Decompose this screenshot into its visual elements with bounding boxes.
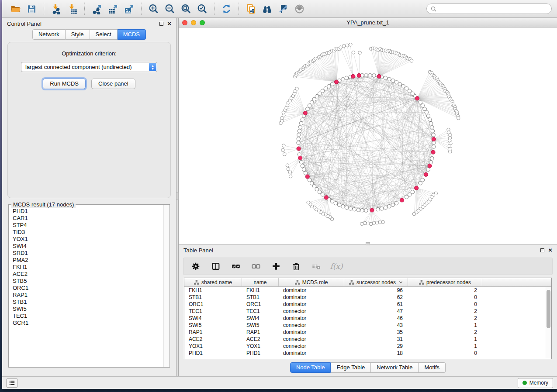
mcds-result-item[interactable]: ORC1 — [13, 285, 163, 292]
mcds-options-panel: Optimization criterion: largest connecte… — [7, 42, 171, 198]
table-mode-button[interactable] — [188, 259, 204, 273]
open-folder-icon — [10, 3, 21, 14]
close-table-panel-icon[interactable]: × — [548, 248, 552, 252]
zoom-out-button[interactable] — [162, 2, 178, 16]
delete-table-icon — [311, 261, 321, 271]
tab-mcds[interactable]: MCDS — [118, 29, 146, 40]
mcds-list-scrollbar[interactable] — [163, 205, 169, 367]
select-all-rows-button[interactable] — [228, 259, 244, 273]
table-panel-splitter-grip[interactable] — [366, 242, 370, 245]
mcds-result-item[interactable]: CAR1 — [13, 215, 163, 222]
import-table-icon — [67, 3, 78, 14]
table-row[interactable]: TEC1TEC1connector472 — [184, 308, 551, 315]
export-image-button[interactable] — [121, 2, 137, 16]
close-panel-button[interactable]: Close panel — [91, 79, 135, 89]
mcds-result-item[interactable]: STB1 — [13, 299, 163, 306]
table-cell: 2 — [408, 287, 482, 293]
table-cell: connector — [279, 308, 344, 314]
mcds-result-item[interactable]: FKH1 — [13, 264, 163, 271]
table-row[interactable]: SWI4SWI4dominator462 — [184, 315, 551, 322]
refresh-button[interactable] — [218, 2, 235, 16]
tab-node-table[interactable]: Node Table — [290, 362, 331, 373]
mcds-result-item[interactable]: PMA2 — [13, 257, 163, 264]
zoom-selected-button[interactable] — [194, 2, 210, 16]
export-network-button[interactable] — [89, 2, 105, 16]
table-cell: 0 — [408, 350, 482, 356]
network-canvas[interactable] — [179, 28, 557, 244]
network-graph[interactable] — [179, 28, 557, 244]
table-cell: RAP1 — [242, 329, 279, 335]
search-input[interactable] — [439, 5, 547, 12]
table-row[interactable]: RAP1RAP1dominator352 — [184, 329, 551, 336]
table-row[interactable]: ACE2ACE2connector311 — [184, 336, 551, 343]
table-cell: connector — [279, 336, 344, 342]
tab-select[interactable]: Select — [90, 29, 118, 40]
run-mcds-button[interactable]: Run MCDS — [43, 79, 86, 89]
close-panel-icon[interactable]: × — [167, 21, 171, 26]
deselect-all-rows-button[interactable] — [248, 259, 264, 273]
mcds-result-item[interactable]: PHD1 — [13, 208, 163, 215]
tab-style[interactable]: Style — [66, 29, 90, 40]
maximize-window-icon[interactable] — [200, 20, 205, 25]
tab-edge-table[interactable]: Edge Table — [331, 362, 371, 373]
show-columns-button[interactable] — [208, 259, 224, 273]
minimize-window-icon[interactable] — [191, 20, 196, 25]
tab-motifs[interactable]: Motifs — [419, 362, 446, 373]
open-file-button[interactable] — [7, 2, 24, 16]
create-column-button[interactable] — [268, 259, 284, 273]
apply-function-button[interactable]: f(x) — [329, 259, 344, 273]
mcds-result-item[interactable]: STB5 — [13, 278, 163, 285]
table-row[interactable]: PHD1PHD1dominator180 — [184, 350, 551, 357]
delete-columns-button[interactable] — [288, 259, 304, 273]
memory-button[interactable]: Memory — [518, 378, 553, 388]
task-history-button[interactable] — [6, 378, 18, 388]
table-row[interactable]: YOX1YOX1connector291 — [184, 343, 551, 350]
table-row[interactable]: FKH1FKH1dominator962 — [184, 287, 551, 294]
clone-network-button[interactable] — [243, 2, 259, 16]
table-scrollbar-thumb[interactable] — [547, 290, 550, 328]
column-header-predecessor-nodes[interactable]: predecessor nodes — [408, 278, 482, 286]
close-window-icon[interactable] — [182, 20, 187, 25]
table-row[interactable]: SWI5SWI5connector431 — [184, 322, 551, 329]
mcds-result-item[interactable]: STP4 — [13, 222, 163, 229]
table-cell: STB1 — [242, 294, 279, 300]
export-network-icon — [91, 3, 102, 14]
table-row[interactable]: ORC1ORC1dominator610 — [184, 301, 551, 308]
mcds-result-item[interactable]: YOX1 — [13, 236, 163, 243]
table-cell: 1 — [408, 343, 482, 349]
float-panel-icon[interactable] — [159, 22, 163, 26]
mcds-result-item[interactable]: SRD1 — [13, 250, 163, 257]
table-cell: dominator — [279, 350, 344, 356]
mcds-result-item[interactable]: RAP1 — [13, 292, 163, 299]
column-header-shared-name[interactable]: shared name — [184, 278, 242, 286]
mcds-result-item[interactable]: GCR1 — [13, 320, 163, 327]
column-header-mcds-role[interactable]: MCDS role — [279, 278, 344, 286]
mcds-result-item[interactable]: ACE2 — [13, 271, 163, 278]
mcds-result-item[interactable]: TID3 — [13, 229, 163, 236]
zoom-in-button[interactable] — [145, 2, 162, 16]
table-row[interactable]: STB1STB1dominator620 — [184, 294, 551, 301]
zoom-fit-button[interactable] — [178, 2, 194, 16]
table-cell: SWI5 — [242, 322, 279, 328]
mcds-result-item[interactable]: SWI5 — [13, 306, 163, 313]
mcds-result-item[interactable]: SWI4 — [13, 243, 163, 250]
import-table-button[interactable] — [64, 2, 80, 16]
tab-network-table[interactable]: Network Table — [371, 362, 419, 373]
float-table-panel-icon[interactable] — [540, 248, 544, 252]
table-cell: 0 — [408, 301, 482, 307]
first-neighbors-button[interactable] — [259, 2, 275, 16]
import-network-button[interactable] — [48, 2, 64, 16]
hide-details-button[interactable] — [275, 2, 291, 16]
mcds-result-item[interactable]: TEC1 — [13, 313, 163, 320]
tab-network[interactable]: Network — [32, 29, 66, 40]
export-table-button[interactable] — [105, 2, 121, 16]
desktop-background: Control Panel × Network Style Select MCD… — [0, 0, 557, 392]
show-details-button[interactable] — [291, 2, 308, 16]
table-panel-title: Table Panel — [183, 247, 213, 254]
column-header-successor-nodes[interactable]: successor nodes — [344, 278, 408, 286]
delete-table-button[interactable] — [308, 259, 324, 273]
table-scrollbar[interactable] — [545, 287, 551, 359]
column-header-name[interactable]: name — [242, 278, 279, 286]
save-session-button[interactable] — [24, 2, 40, 16]
criterion-select[interactable]: largest connected component (undirected)… — [21, 62, 157, 72]
